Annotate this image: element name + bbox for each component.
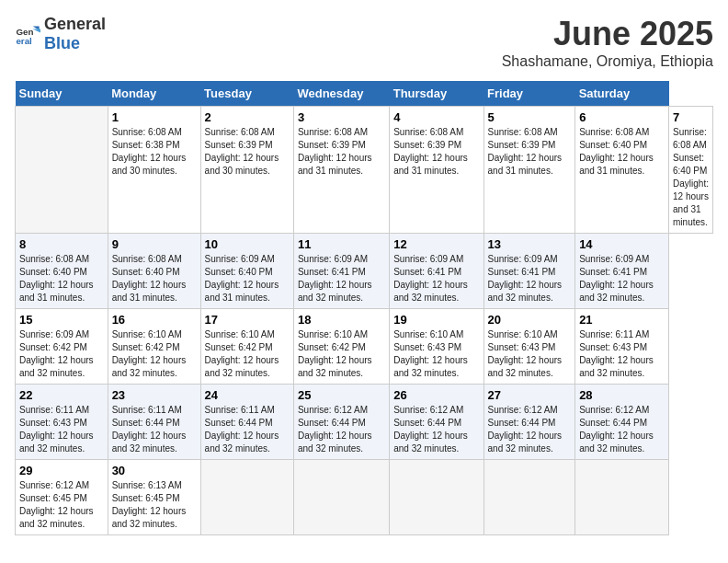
day-info: Sunrise: 6:10 AMSunset: 6:42 PMDaylight:… — [205, 328, 290, 380]
logo-blue: Blue — [44, 34, 80, 52]
calendar-day-cell: 28Sunrise: 6:12 AMSunset: 6:44 PMDayligh… — [575, 385, 669, 460]
day-info: Sunrise: 6:08 AMSunset: 6:40 PMDaylight:… — [579, 126, 665, 178]
day-info: Sunrise: 6:11 AMSunset: 6:43 PMDaylight:… — [579, 328, 665, 380]
day-info: Sunrise: 6:11 AMSunset: 6:43 PMDaylight:… — [19, 404, 104, 455]
day-number: 4 — [393, 110, 479, 124]
day-number: 9 — [112, 237, 197, 251]
day-number: 22 — [19, 388, 104, 402]
day-number: 21 — [579, 313, 665, 327]
day-info: Sunrise: 6:08 AMSunset: 6:38 PMDaylight:… — [112, 126, 197, 178]
calendar-day-cell: 5Sunrise: 6:08 AMSunset: 6:39 PMDaylight… — [483, 107, 575, 234]
day-number: 10 — [205, 237, 290, 251]
calendar-day-cell: 13Sunrise: 6:09 AMSunset: 6:41 PMDayligh… — [483, 234, 575, 309]
day-info: Sunrise: 6:09 AMSunset: 6:41 PMDaylight:… — [579, 253, 665, 304]
day-info: Sunrise: 6:12 AMSunset: 6:44 PMDaylight:… — [579, 404, 665, 455]
calendar-day-cell: 19Sunrise: 6:10 AMSunset: 6:43 PMDayligh… — [390, 309, 483, 385]
logo-general: General — [44, 15, 106, 33]
day-info: Sunrise: 6:11 AMSunset: 6:44 PMDaylight:… — [205, 404, 290, 455]
day-number: 11 — [298, 237, 385, 251]
day-info: Sunrise: 6:12 AMSunset: 6:44 PMDaylight:… — [488, 404, 572, 455]
calendar-day-cell: 21Sunrise: 6:11 AMSunset: 6:43 PMDayligh… — [575, 309, 669, 385]
day-info: Sunrise: 6:08 AMSunset: 6:39 PMDaylight:… — [205, 126, 290, 178]
day-info: Sunrise: 6:12 AMSunset: 6:44 PMDaylight:… — [298, 404, 385, 455]
day-info: Sunrise: 6:09 AMSunset: 6:41 PMDaylight:… — [298, 253, 385, 304]
month-title: June 2025 — [502, 15, 713, 53]
day-number: 2 — [205, 110, 290, 124]
day-info: Sunrise: 6:10 AMSunset: 6:43 PMDaylight:… — [488, 328, 572, 380]
calendar-day-cell: 23Sunrise: 6:11 AMSunset: 6:44 PMDayligh… — [108, 385, 200, 460]
calendar-day-cell: 9Sunrise: 6:08 AMSunset: 6:40 PMDaylight… — [108, 234, 200, 309]
day-number: 16 — [112, 313, 197, 327]
svg-text:eral: eral — [16, 36, 32, 46]
day-header-wednesday: Wednesday — [293, 81, 389, 107]
calendar-day-cell: 30Sunrise: 6:13 AMSunset: 6:45 PMDayligh… — [108, 460, 200, 535]
calendar-week-row: 1Sunrise: 6:08 AMSunset: 6:38 PMDaylight… — [16, 107, 713, 234]
day-info: Sunrise: 6:09 AMSunset: 6:40 PMDaylight:… — [205, 253, 290, 304]
day-header-friday: Friday — [483, 81, 575, 107]
calendar-day-cell: 22Sunrise: 6:11 AMSunset: 6:43 PMDayligh… — [16, 385, 108, 460]
day-header-thursday: Thursday — [390, 81, 483, 107]
calendar-day-cell: 12Sunrise: 6:09 AMSunset: 6:41 PMDayligh… — [390, 234, 483, 309]
day-number: 3 — [298, 110, 385, 124]
calendar-header-row: SundayMondayTuesdayWednesdayThursdayFrid… — [16, 81, 713, 107]
day-number: 13 — [488, 237, 572, 251]
day-info: Sunrise: 6:09 AMSunset: 6:42 PMDaylight:… — [19, 328, 104, 380]
day-info: Sunrise: 6:08 AMSunset: 6:40 PMDaylight:… — [673, 126, 709, 229]
calendar-day-cell: 1Sunrise: 6:08 AMSunset: 6:38 PMDaylight… — [108, 107, 200, 234]
calendar-day-cell: 15Sunrise: 6:09 AMSunset: 6:42 PMDayligh… — [16, 309, 108, 385]
calendar-day-cell: 3Sunrise: 6:08 AMSunset: 6:39 PMDaylight… — [293, 107, 389, 234]
day-number: 1 — [112, 110, 197, 124]
calendar-day-cell: 7Sunrise: 6:08 AMSunset: 6:40 PMDaylight… — [669, 107, 713, 234]
day-number: 23 — [112, 388, 197, 402]
day-number: 29 — [19, 464, 104, 477]
day-number: 17 — [205, 313, 290, 327]
day-number: 24 — [205, 388, 290, 402]
day-info: Sunrise: 6:11 AMSunset: 6:44 PMDaylight:… — [112, 404, 197, 455]
calendar-day-cell: 16Sunrise: 6:10 AMSunset: 6:42 PMDayligh… — [108, 309, 200, 385]
day-info: Sunrise: 6:08 AMSunset: 6:40 PMDaylight:… — [19, 253, 104, 304]
day-info: Sunrise: 6:10 AMSunset: 6:43 PMDaylight:… — [393, 328, 479, 380]
calendar-week-row: 29Sunrise: 6:12 AMSunset: 6:45 PMDayligh… — [16, 460, 713, 535]
calendar-day-cell — [16, 107, 108, 234]
day-header-saturday: Saturday — [575, 81, 669, 107]
calendar-table: SundayMondayTuesdayWednesdayThursdayFrid… — [15, 81, 713, 535]
calendar-day-cell: 11Sunrise: 6:09 AMSunset: 6:41 PMDayligh… — [293, 234, 389, 309]
day-number: 30 — [112, 464, 197, 477]
calendar-day-cell: 20Sunrise: 6:10 AMSunset: 6:43 PMDayligh… — [483, 309, 575, 385]
calendar-day-cell: 14Sunrise: 6:09 AMSunset: 6:41 PMDayligh… — [575, 234, 669, 309]
day-number: 26 — [393, 388, 479, 402]
day-number: 12 — [393, 237, 479, 251]
day-header-tuesday: Tuesday — [200, 81, 293, 107]
day-info: Sunrise: 6:09 AMSunset: 6:41 PMDaylight:… — [488, 253, 572, 304]
day-number: 15 — [19, 313, 104, 327]
calendar-day-cell: 10Sunrise: 6:09 AMSunset: 6:40 PMDayligh… — [200, 234, 293, 309]
title-area: June 2025 Shashamane, Oromiya, Ethiopia — [502, 15, 713, 70]
day-number: 25 — [298, 388, 385, 402]
day-number: 18 — [298, 313, 385, 327]
calendar-week-row: 8Sunrise: 6:08 AMSunset: 6:40 PMDaylight… — [16, 234, 713, 309]
svg-marker-3 — [33, 29, 40, 32]
calendar-day-cell: 4Sunrise: 6:08 AMSunset: 6:39 PMDaylight… — [390, 107, 483, 234]
calendar-week-row: 22Sunrise: 6:11 AMSunset: 6:43 PMDayligh… — [16, 385, 713, 460]
day-info: Sunrise: 6:12 AMSunset: 6:45 PMDaylight:… — [19, 479, 104, 531]
location-title: Shashamane, Oromiya, Ethiopia — [502, 53, 713, 70]
calendar-day-cell: 17Sunrise: 6:10 AMSunset: 6:42 PMDayligh… — [200, 309, 293, 385]
calendar-day-cell — [575, 460, 669, 535]
logo-icon: Gen eral — [15, 21, 40, 47]
day-number: 7 — [673, 110, 709, 124]
logo-wordmark: General Blue — [44, 15, 106, 53]
day-number: 6 — [579, 110, 665, 124]
day-number: 27 — [488, 388, 572, 402]
calendar-day-cell: 6Sunrise: 6:08 AMSunset: 6:40 PMDaylight… — [575, 107, 669, 234]
day-number: 5 — [488, 110, 572, 124]
calendar-day-cell: 8Sunrise: 6:08 AMSunset: 6:40 PMDaylight… — [16, 234, 108, 309]
calendar-week-row: 15Sunrise: 6:09 AMSunset: 6:42 PMDayligh… — [16, 309, 713, 385]
calendar-day-cell — [200, 460, 293, 535]
day-info: Sunrise: 6:10 AMSunset: 6:42 PMDaylight:… — [112, 328, 197, 380]
day-number: 28 — [579, 388, 665, 402]
calendar-day-cell — [483, 460, 575, 535]
day-info: Sunrise: 6:12 AMSunset: 6:44 PMDaylight:… — [393, 404, 479, 455]
day-number: 20 — [488, 313, 572, 327]
day-header-sunday: Sunday — [16, 81, 108, 107]
page-header: Gen eral General Blue June 2025 Shashama… — [15, 15, 713, 70]
